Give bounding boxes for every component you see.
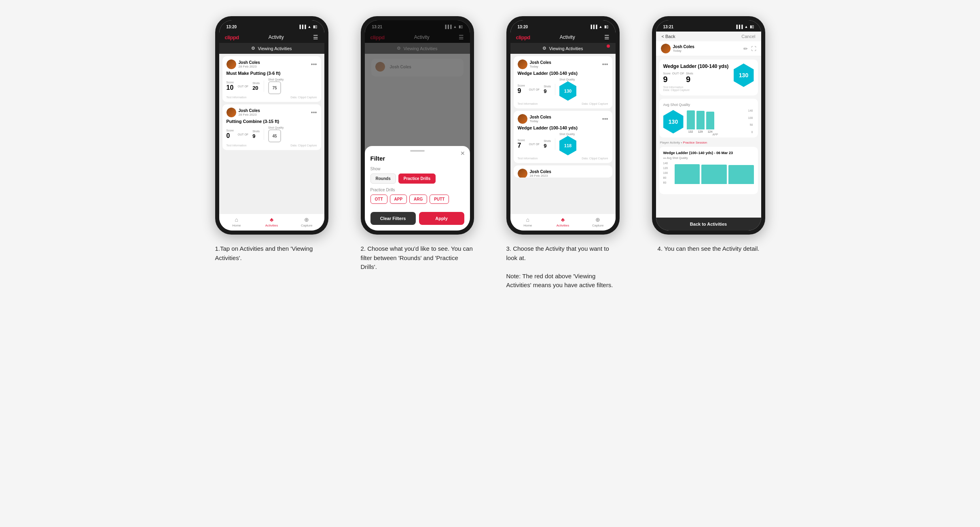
wifi-icon-1: ▲ (308, 25, 311, 29)
score-val-3-2: 7 (518, 142, 525, 149)
arg-filter-btn[interactable]: ARG (409, 195, 427, 204)
activity-card-3-3[interactable]: Josh Coles 28 Feb 2023 (514, 165, 612, 178)
stat-group-score-1-2: Score 0 (226, 129, 234, 140)
chart2-bar-3 (728, 165, 754, 184)
stat-group-shots-1-2: Shots 9 (252, 130, 260, 139)
nav-capture-3[interactable]: ⊕ Capture (580, 216, 616, 227)
dots-menu-3-2[interactable]: ••• (602, 116, 608, 122)
sq-badge-4: 130 (734, 63, 754, 87)
test-info-1-2: Test Information (226, 144, 247, 147)
phone-screen-1: 13:20 ▐▐▐ ▲ ▮▯ clippd Activity ☰ ⚙ Vie (219, 20, 324, 231)
app-header-1: clippd Activity ☰ (219, 32, 324, 43)
card-footer-1-2: Test Information Data: Clippd Capture (226, 144, 317, 147)
user-name-1-1: Josh Coles (239, 60, 260, 65)
nav-home-3[interactable]: ⌂ Home (510, 216, 546, 227)
phone-shell-1: 13:20 ▐▐▐ ▲ ▮▯ clippd Activity ☰ ⚙ Vie (215, 16, 328, 235)
dots-menu-1-2[interactable]: ••• (311, 109, 317, 116)
detail-score-col: Score (663, 72, 671, 75)
edit-icon[interactable]: ✏ (743, 46, 748, 52)
shots-label-1-2: Shots (252, 130, 260, 133)
data-source-3-1: Data: Clippd Capture (582, 102, 608, 105)
divider-1-1 (264, 80, 264, 92)
apply-button[interactable]: Apply (419, 212, 464, 225)
outof-3-2: OUT OF (529, 143, 540, 146)
putt-filter-btn[interactable]: PUTT (430, 195, 449, 204)
chart2-y-80: 80 (663, 176, 668, 179)
shots-val-1-2: 9 (252, 133, 260, 139)
detail-outof-label: OUT OF (672, 72, 684, 75)
score-label-1-2: Score (226, 129, 234, 132)
activities-icon-1: ♣ (270, 216, 273, 223)
nav-capture-label-3: Capture (592, 224, 603, 227)
detail-content: Wedge Ladder (100-140 yds) Score 9 OUT O… (656, 56, 761, 218)
capture-icon-1: ⊕ (304, 216, 309, 223)
activity-card-3-1[interactable]: Josh Coles Today ••• Wedge Ladder (100-1… (514, 56, 612, 108)
sq-badge-3-2: 118 (559, 136, 576, 155)
ott-filter-btn[interactable]: OTT (370, 195, 387, 204)
app-filter-btn[interactable]: APP (390, 195, 407, 204)
filter-title: Filter (370, 155, 464, 162)
stat-group-sq-1-2: Shot Quality 45 (268, 126, 284, 142)
outof-1-1: OUT OF (238, 85, 248, 88)
dots-menu-3-1[interactable]: ••• (602, 61, 608, 68)
status-time-4: 13:21 (663, 25, 674, 29)
session-type: Practice Session (683, 141, 707, 144)
data-source-3-2: Data: Clippd Capture (582, 157, 608, 160)
wifi-icon-4: ▲ (745, 25, 748, 29)
nav-activities-3[interactable]: ♣ Activities (545, 216, 580, 227)
activity-card-header-1-1: Josh Coles 28 Feb 2023 ••• (226, 59, 317, 69)
session-info: Player Activity • Practice Session (659, 141, 758, 144)
home-icon-1: ⌂ (235, 216, 238, 223)
phone-screen-3: 13:20 ▐▐▐ ▲ ▮▯ clippd Activity ☰ ⚙ Vie (510, 20, 616, 231)
sq-label-3-1: Shot Quality (559, 78, 576, 81)
filter-sheet: ✕ Filter Show Rounds Practice Drills Pra… (365, 146, 470, 231)
card-footer-3-1: Test Information Data: Clippd Capture (518, 102, 608, 105)
nav-activities-1[interactable]: ♣ Activities (254, 216, 289, 227)
hamburger-icon-3[interactable]: ☰ (604, 34, 610, 40)
user-info-3-2: Josh Coles Today (518, 114, 551, 124)
clear-filters-button[interactable]: Clear Filters (370, 212, 416, 225)
activity-card-header-3-1: Josh Coles Today ••• (518, 59, 608, 69)
nav-capture-1[interactable]: ⊕ Capture (289, 216, 324, 227)
status-icons-3: ▐▐▐ ▲ ▮▯ (589, 25, 608, 29)
back-button[interactable]: < Back (662, 34, 675, 39)
close-icon[interactable]: ✕ (460, 150, 465, 157)
card-footer-1-1: Test Information Data: Clippd Capture (226, 96, 317, 99)
user-name-3-2: Josh Coles (530, 115, 551, 119)
phone-shell-2: 13:21 ▐▐▐ ▲ ▮▯ clippd Activity ☰ ⚙ Vie (361, 16, 474, 235)
shots-label-3-1: Shots (544, 85, 551, 88)
stats-row-1-1: Score 10 OUT OF Shots 20 (226, 78, 317, 94)
score-val-1-1: 10 (226, 84, 234, 91)
activity-card-3-2[interactable]: Josh Coles Today ••• Wedge Ladder (100-1… (514, 111, 612, 163)
user-date-3-1: Today (530, 65, 551, 68)
test-info-3-1: Test Information (518, 102, 538, 105)
nav-home-label-1: Home (232, 224, 241, 227)
avg-shot-label: Avg Shot Quality (663, 103, 754, 107)
user-name-date-3-1: Josh Coles Today (530, 60, 551, 68)
drill-filter-buttons: OTT APP ARG PUTT (370, 195, 464, 204)
practice-drills-filter-btn[interactable]: Practice Drills (398, 174, 436, 184)
shots-val-3-1: 9 (544, 88, 551, 94)
expand-icon[interactable]: ⛶ (751, 46, 756, 52)
sheet-handle (410, 150, 425, 152)
drill-name-1-1: Must Make Putting (3-6 ft) (226, 71, 317, 76)
chart-bar-val-3: 124 (706, 130, 714, 133)
activity-card-1-2[interactable]: Josh Coles 28 Feb 2023 ••• Putting Combi… (222, 104, 321, 150)
rounds-filter-btn[interactable]: Rounds (370, 174, 396, 184)
nav-home-1[interactable]: ⌂ Home (219, 216, 254, 227)
detail-user-row: Josh Coles Today ✏ ⛶ (656, 41, 761, 56)
chart-y-100: 100 (748, 116, 753, 119)
stat-group-score-3-1: Score 9 (518, 84, 525, 95)
activity-card-1-1[interactable]: Josh Coles 28 Feb 2023 ••• Must Make Put… (222, 56, 321, 102)
viewing-banner-1[interactable]: ⚙ Viewing Activities (219, 43, 324, 54)
sq-badge-3-1: 130 (559, 81, 576, 101)
hamburger-icon-1[interactable]: ☰ (313, 34, 318, 40)
back-to-activities-button[interactable]: Back to Activities (656, 218, 761, 231)
chart2-y-60: 60 (663, 181, 668, 184)
stats-row-3-1: Score 9 OUT OF Shots 9 Shot Quality (518, 78, 608, 101)
user-name-date-4: Josh Coles Today (673, 44, 694, 53)
cancel-button[interactable]: Cancel (741, 34, 755, 39)
dots-menu-1-1[interactable]: ••• (311, 61, 317, 68)
viewing-banner-3[interactable]: ⚙ Viewing Activities (510, 43, 616, 54)
stats-row-3-2: Score 7 OUT OF Shots 9 Shot Quality (518, 133, 608, 155)
